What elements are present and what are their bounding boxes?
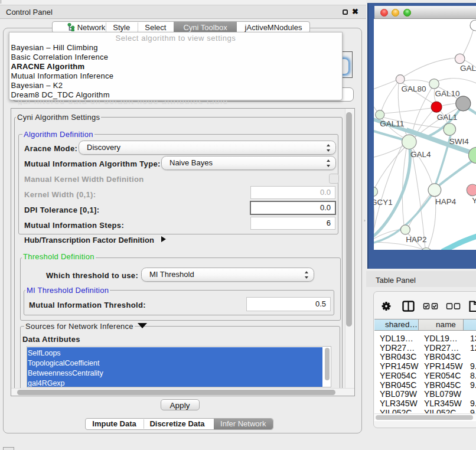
svg-text:GAL10: GAL10 [435, 89, 460, 98]
svg-text:SWI4: SWI4 [449, 136, 469, 145]
svg-text:GAL4: GAL4 [410, 150, 431, 159]
svg-text:GAL11: GAL11 [380, 119, 404, 128]
svg-text:GAL1: GAL1 [437, 113, 458, 122]
svg-text:HAP4: HAP4 [435, 197, 457, 206]
svg-text:HAP2: HAP2 [406, 234, 426, 243]
svg-text:GCY1: GCY1 [374, 198, 393, 207]
svg-text:GAL80: GAL80 [402, 84, 426, 93]
svg-text:YCR...: YCR... [472, 196, 476, 205]
svg-text:GAL2: GAL2 [460, 64, 476, 73]
